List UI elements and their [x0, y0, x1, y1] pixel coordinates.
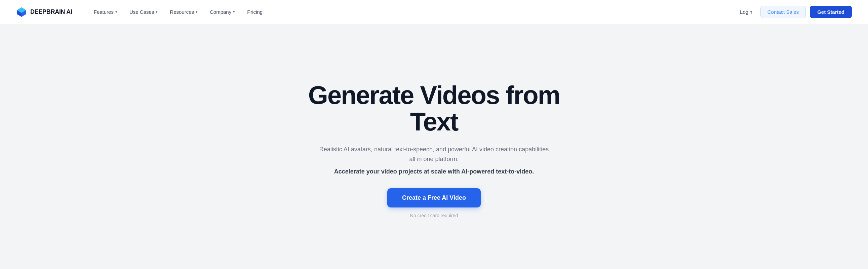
nav-right: Login Contact Sales Get Started: [736, 6, 852, 18]
chevron-down-icon: ▾: [115, 10, 117, 14]
chevron-down-icon: ▾: [196, 10, 198, 14]
logo-link[interactable]: DEEPBRAIN AI: [16, 7, 72, 18]
no-credit-label: No credit card required: [410, 213, 458, 218]
hero-subtitle: Realistic AI avatars, natural text-to-sp…: [316, 145, 552, 164]
hero-subtitle-bold: Accelerate your video projects at scale …: [334, 167, 534, 177]
logo-text: DEEPBRAIN AI: [30, 8, 72, 16]
hero-title: Generate Videos from Text: [283, 82, 585, 136]
nav-features[interactable]: Features ▾: [88, 6, 123, 18]
hero-section: Generate Videos from Text Realistic AI a…: [0, 24, 868, 269]
create-free-video-button[interactable]: Create a Free AI Video: [387, 188, 481, 207]
navbar: DEEPBRAIN AI Features ▾ Use Cases ▾ Reso…: [0, 0, 868, 24]
contact-sales-button[interactable]: Contact Sales: [761, 6, 806, 18]
nav-resources[interactable]: Resources ▾: [164, 6, 203, 18]
chevron-down-icon: ▾: [233, 10, 235, 14]
get-started-button[interactable]: Get Started: [810, 6, 852, 18]
logo-icon: [16, 7, 27, 18]
login-button[interactable]: Login: [736, 6, 756, 18]
chevron-down-icon: ▾: [156, 10, 158, 14]
nav-company[interactable]: Company ▾: [205, 6, 240, 18]
nav-pricing[interactable]: Pricing: [242, 6, 268, 18]
nav-links: Features ▾ Use Cases ▾ Resources ▾ Compa…: [88, 6, 736, 18]
nav-use-cases[interactable]: Use Cases ▾: [124, 6, 163, 18]
